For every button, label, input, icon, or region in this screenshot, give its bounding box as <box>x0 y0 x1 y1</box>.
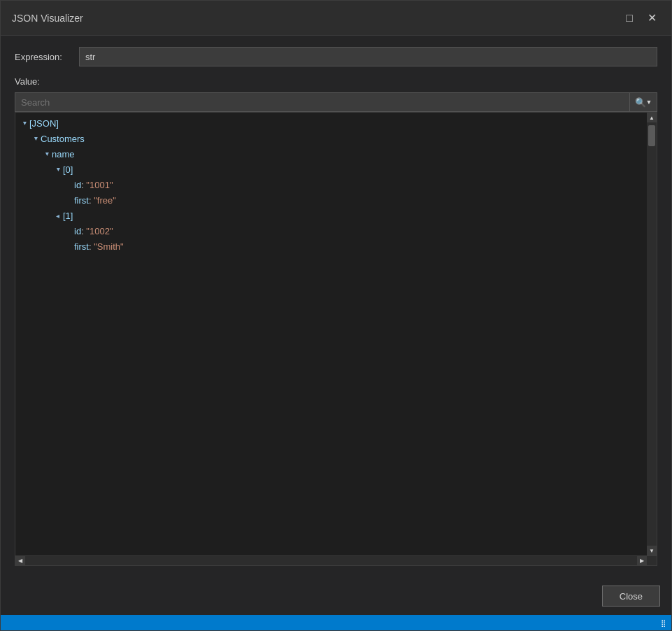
tree-node-name[interactable]: name <box>18 146 647 162</box>
tree-content: [JSON] Customers name [ <box>15 113 647 555</box>
scroll-track-vertical[interactable] <box>647 122 657 546</box>
maximize-button[interactable]: □ <box>621 10 638 27</box>
tree-key-json-root: [JSON] <box>29 118 59 129</box>
search-icon: 🔍 <box>635 97 646 108</box>
status-icon: ⣿ <box>661 619 666 627</box>
tree-arrow-customers <box>29 133 41 144</box>
tree-arrow-name <box>41 148 52 159</box>
dialog-title: JSON Visualizer <box>12 13 83 24</box>
tree-colon-first-1: : <box>89 241 94 252</box>
tree-value-first-1: "Smith" <box>94 241 123 252</box>
horizontal-scrollbar: ◀ ▶ <box>15 555 657 565</box>
tree-node-item-0[interactable]: [0] <box>18 162 647 177</box>
tree-arrow-item-0 <box>52 164 63 175</box>
tree-node-id-0[interactable]: id : "1001" <box>18 177 647 192</box>
tree-value-first-0: "free" <box>94 195 116 206</box>
scroll-left-button[interactable]: ◀ <box>15 556 25 566</box>
search-dropdown-icon: ▼ <box>646 99 652 106</box>
tree-value-id-0: "1001" <box>86 180 113 190</box>
scroll-down-button[interactable]: ▼ <box>647 546 657 555</box>
tree-node-json-root[interactable]: [JSON] <box>18 115 647 131</box>
tree-main: [JSON] Customers name [ <box>15 113 657 555</box>
search-button[interactable]: 🔍 ▼ <box>629 92 657 112</box>
scroll-thumb-vertical[interactable] <box>648 125 655 146</box>
value-label: Value: <box>15 76 657 87</box>
tree-container: [JSON] Customers name [ <box>15 112 657 566</box>
close-button[interactable]: Close <box>602 586 660 607</box>
expression-row: Expression: <box>15 47 657 66</box>
tree-key-customers: Customers <box>41 134 85 144</box>
tree-arrow-json-root <box>18 118 29 129</box>
json-visualizer-dialog: JSON Visualizer □ ✕ Expression: Value: 🔍… <box>0 0 672 631</box>
vertical-scrollbar: ▲ ▼ <box>647 113 657 555</box>
tree-node-first-1[interactable]: first : "Smith" <box>18 239 647 254</box>
title-bar-controls: □ ✕ <box>621 10 660 27</box>
tree-key-first-0: first <box>74 195 89 206</box>
tree-arrow-item-1 <box>52 210 63 221</box>
tree-colon-id-1: : <box>81 226 86 236</box>
expression-label: Expression: <box>15 52 71 62</box>
tree-colon-id-0: : <box>81 180 86 190</box>
status-bar: ⣿ <box>1 615 671 630</box>
tree-key-name: name <box>52 149 75 159</box>
tree-node-item-1[interactable]: [1] <box>18 208 647 223</box>
tree-colon-first-0: : <box>89 195 94 206</box>
close-title-button[interactable]: ✕ <box>643 10 660 27</box>
tree-key-id-0: id <box>74 180 81 190</box>
scroll-track-horizontal[interactable] <box>25 556 637 566</box>
title-bar: JSON Visualizer □ ✕ <box>1 1 671 36</box>
tree-key-first-1: first <box>74 241 89 252</box>
tree-key-id-1: id <box>74 226 81 236</box>
tree-node-id-1[interactable]: id : "1002" <box>18 223 647 239</box>
tree-node-first-0[interactable]: first : "free" <box>18 192 647 208</box>
tree-key-item-0: [0] <box>63 164 73 175</box>
tree-node-customers[interactable]: Customers <box>18 131 647 146</box>
search-row: 🔍 ▼ <box>15 92 657 112</box>
scroll-corner <box>647 556 657 566</box>
tree-key-item-1: [1] <box>63 211 73 221</box>
expression-input[interactable] <box>79 47 657 66</box>
scroll-up-button[interactable]: ▲ <box>647 113 657 122</box>
footer: Close <box>1 577 671 615</box>
scroll-right-button[interactable]: ▶ <box>637 556 647 566</box>
content-area: Expression: Value: 🔍 ▼ [JSON] <box>1 36 671 577</box>
search-input[interactable] <box>15 92 629 112</box>
tree-value-id-1: "1002" <box>86 226 113 236</box>
